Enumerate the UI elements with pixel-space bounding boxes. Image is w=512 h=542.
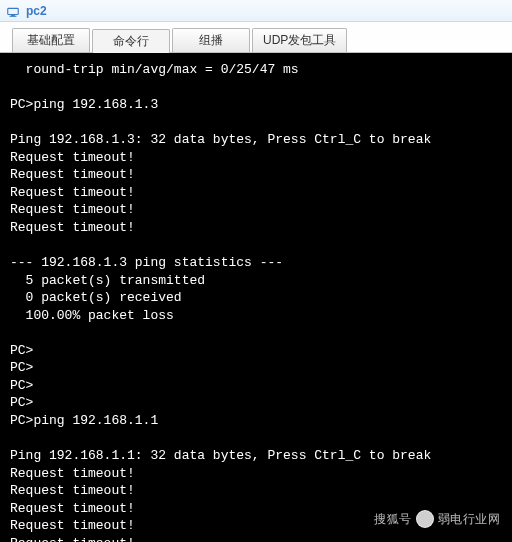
terminal-line: Request timeout!: [10, 149, 502, 167]
terminal-line: round-trip min/avg/max = 0/25/47 ms: [10, 61, 502, 79]
tab-bar: 基础配置 命令行 组播 UDP发包工具: [0, 22, 512, 53]
watermark: 搜狐号 弱电行业网: [374, 510, 500, 528]
terminal-line: [10, 114, 502, 132]
terminal-line: PC>ping 192.168.1.1: [10, 412, 502, 430]
app-icon: [6, 4, 20, 18]
watermark-left: 搜狐号: [374, 511, 412, 528]
tab-label: 命令行: [113, 33, 149, 50]
terminal-line: PC>: [10, 342, 502, 360]
terminal-line: PC>: [10, 394, 502, 412]
terminal-line: PC>ping 192.168.1.3: [10, 96, 502, 114]
tab-label: 组播: [199, 32, 223, 49]
terminal-line: Ping 192.168.1.3: 32 data bytes, Press C…: [10, 131, 502, 149]
terminal-line: [10, 429, 502, 447]
terminal-line: Request timeout!: [10, 535, 502, 542]
avatar: [416, 510, 434, 528]
titlebar: pc2: [0, 0, 512, 22]
terminal-line: [10, 324, 502, 342]
terminal-line: Request timeout!: [10, 219, 502, 237]
terminal-line: --- 192.168.1.3 ping statistics ---: [10, 254, 502, 272]
tab-multicast[interactable]: 组播: [172, 28, 250, 52]
terminal-line: [10, 236, 502, 254]
terminal-line: 0 packet(s) received: [10, 289, 502, 307]
terminal-line: Ping 192.168.1.1: 32 data bytes, Press C…: [10, 447, 502, 465]
terminal-output[interactable]: round-trip min/avg/max = 0/25/47 ms PC>p…: [0, 53, 512, 542]
terminal-line: 5 packet(s) transmitted: [10, 272, 502, 290]
tab-basic-config[interactable]: 基础配置: [12, 28, 90, 52]
terminal-line: PC>: [10, 377, 502, 395]
terminal-line: Request timeout!: [10, 465, 502, 483]
tab-label: UDP发包工具: [263, 32, 336, 49]
tab-udp-tool[interactable]: UDP发包工具: [252, 28, 347, 52]
terminal-line: 100.00% packet loss: [10, 307, 502, 325]
svg-rect-0: [8, 8, 19, 14]
window-title: pc2: [26, 4, 47, 18]
terminal-line: Request timeout!: [10, 482, 502, 500]
terminal-line: Request timeout!: [10, 201, 502, 219]
terminal-line: [10, 79, 502, 97]
terminal-line: Request timeout!: [10, 166, 502, 184]
terminal-line: PC>: [10, 359, 502, 377]
terminal-line: Request timeout!: [10, 184, 502, 202]
tab-command-line[interactable]: 命令行: [92, 29, 170, 53]
watermark-right: 弱电行业网: [438, 511, 501, 528]
tab-label: 基础配置: [27, 32, 75, 49]
